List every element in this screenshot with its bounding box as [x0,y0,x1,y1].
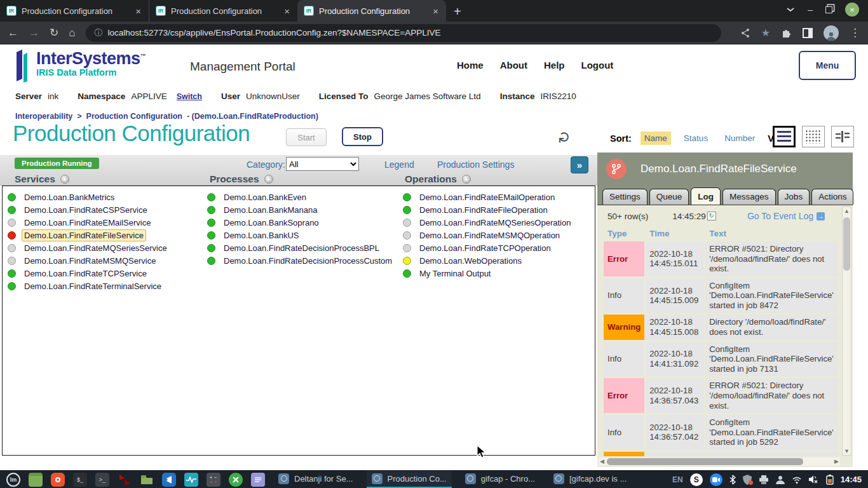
config-item[interactable]: Demo.Loan.FindRateTCPOperation [403,241,573,254]
calculator-icon[interactable]: +−×= [207,473,220,487]
log-row[interactable]: Info 2022-10-18 14:41:31.092 ConfigItem … [604,342,837,377]
config-item[interactable]: Demo.Loan.FindRateTCPService [8,267,170,280]
list-view-icon[interactable] [773,126,796,147]
user-icon[interactable] [776,475,785,484]
green-x-icon[interactable] [229,473,243,487]
tab-close-icon[interactable]: × [283,6,291,17]
config-item[interactable]: Demo.Loan.FindRateEMailOperation [403,191,573,203]
flame-icon[interactable] [51,473,65,487]
sort-option[interactable]: Status [680,132,712,145]
config-item[interactable]: Demo.Loan.BankUS [207,229,395,241]
battery-icon[interactable] [826,475,834,485]
sort-option[interactable]: Number [721,132,759,145]
browser-menu-icon[interactable]: ⋮ [850,27,860,38]
top-nav-link[interactable]: Logout [581,60,614,71]
stop-button[interactable]: Stop [342,127,383,146]
detail-tab[interactable]: Jobs [778,189,810,205]
config-item[interactable]: My Terminal Output [403,267,573,280]
log-header-type[interactable]: Type [604,227,644,240]
log-row[interactable]: Info 2022-10-18 14:45:15.009 ConfigItem … [604,278,837,313]
taskbar-window-button[interactable]: Production Co... [367,471,452,488]
folder-icon[interactable] [140,473,154,487]
detail-tab[interactable]: Queue [649,189,689,205]
profile-avatar[interactable] [824,25,839,41]
scroll-left-icon[interactable]: ◀ [600,458,604,466]
log-row[interactable]: Error 2022-10-18 14:45:15.011 ERROR #502… [604,241,837,276]
horizontal-scrollbar[interactable]: ◀ ▶ [599,458,840,466]
config-item[interactable]: Demo.Loan.FindRateCSPService [8,203,170,216]
sort-option[interactable]: Name [641,132,671,145]
top-nav-link[interactable]: Help [544,60,565,71]
terminal-alt-icon[interactable]: >_ [95,473,109,487]
refresh-icon[interactable]: ↻ [555,131,573,144]
share-icon[interactable] [740,28,750,38]
breadcrumb-page[interactable]: Production Configuration [86,112,182,121]
taskbar-window-button[interactable]: gifcap - Chro... [460,471,540,488]
shield-icon[interactable] [743,475,752,485]
log-row[interactable]: Warning 2022-10-18 14:45:15.008 Director… [604,315,837,339]
tab-close-icon[interactable]: × [431,6,440,17]
waveform-monitor-icon[interactable] [184,473,198,487]
start-button[interactable]: Start [286,128,327,146]
tab-search-chevron-icon[interactable] [786,7,795,12]
top-nav-link[interactable]: About [500,60,527,71]
config-item[interactable]: Demo.Loan.FindRateMSMQService [8,254,170,267]
taskbar-window-button[interactable]: Deltanji for Se... [273,471,358,488]
tab-close-icon[interactable]: × [134,6,142,17]
skype-icon[interactable]: S [690,473,703,486]
menu-button[interactable]: Menu [799,51,856,80]
config-item[interactable]: Demo.Loan.FindRateMQSeriesOperation [403,216,573,229]
production-settings-link[interactable]: Production Settings [437,159,514,170]
language-indicator[interactable]: EN [672,475,683,484]
log-row[interactable]: Warning 2022-10-18 14:36:57.041 Director… [604,452,837,456]
scroll-up-icon[interactable]: ▲ [843,208,851,214]
site-info-icon[interactable]: ⓘ [95,27,103,39]
horizontal-scroll-thumb[interactable] [607,458,803,465]
document-lines-icon[interactable] [251,473,265,487]
switch-namespace-link[interactable]: Switch [177,92,202,101]
vscode-icon[interactable] [162,473,176,487]
split-view-icon[interactable] [831,126,854,147]
close-window-icon[interactable]: × [845,3,859,17]
scroll-down-icon[interactable]: ▼ [843,448,851,454]
config-item[interactable]: Demo.Loan.BankManana [207,203,395,216]
bookmark-star-icon[interactable]: ★ [761,28,770,38]
top-nav-link[interactable]: Home [457,60,484,71]
vertical-scrollbar[interactable]: ▲ ▼ [842,207,851,456]
config-item[interactable]: Demo.Loan.BankSoprano [207,216,395,229]
detail-tab[interactable]: Actions [811,189,853,205]
bluetooth-icon[interactable] [729,475,736,485]
side-panel-icon[interactable] [803,28,813,38]
config-item[interactable]: Demo.Loan.FindRateFileService [8,229,170,241]
browser-tab[interactable]: IR Production Configuration × [149,0,297,22]
forward-icon[interactable]: → [29,27,39,38]
go-to-event-log-link[interactable]: Go To Event Log → [747,211,825,221]
back-icon[interactable]: ← [8,27,18,38]
home-icon[interactable]: ⌂ [69,27,75,38]
log-row[interactable]: Error 2022-10-18 14:36:57.043 ERROR #502… [604,378,837,413]
add-service-icon[interactable]: + [60,175,69,184]
mint-menu-icon[interactable]: lm [6,473,20,487]
browser-tab[interactable]: IR Production Configuration × [0,0,149,22]
terminal-icon[interactable]: $_ [73,473,87,487]
log-header-time[interactable]: Time [646,227,704,240]
config-item[interactable]: Demo.Loan.FindRateMSMQOperation [403,229,573,241]
zoom-camera-icon[interactable] [710,473,722,486]
reload-icon[interactable]: ↻ [50,27,58,38]
config-item[interactable]: Demo.Loan.FindRateEMailService [8,216,170,229]
taskbar-window-button[interactable]: [gifcap.dev is ... [548,471,632,488]
detail-tab[interactable]: Settings [602,189,648,205]
legend-link[interactable]: Legend [384,159,414,170]
window-icon[interactable] [29,473,43,487]
config-item[interactable]: Demo.Loan.WebOperations [403,254,573,267]
scroll-right-icon[interactable]: ▶ [834,458,839,466]
grid-view-icon[interactable] [802,126,825,147]
restore-icon[interactable] [825,6,832,13]
minimize-icon[interactable]: – [808,5,813,14]
breadcrumb-interoperability[interactable]: Interoperability [15,112,72,121]
red-chevrons-icon[interactable] [118,473,132,487]
expand-panel-button[interactable]: » [571,156,588,173]
log-row[interactable]: Info 2022-10-18 14:36:57.042 ConfigItem … [604,415,837,450]
config-item[interactable]: Demo.Loan.FindRateFileOperation [403,203,573,216]
refresh-log-icon[interactable]: ↻ [707,212,716,220]
